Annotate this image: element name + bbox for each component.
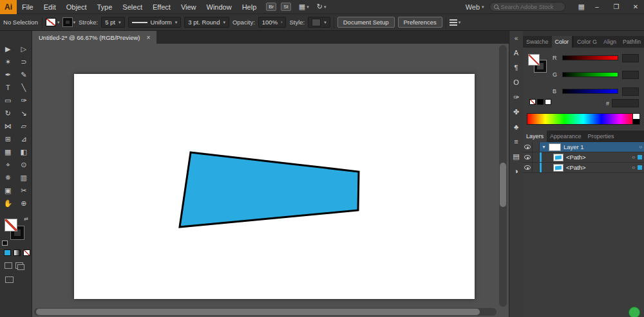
layer-name[interactable]: Layer 1	[564, 143, 636, 150]
path-name[interactable]: <Path>	[566, 164, 629, 171]
horizontal-scrollbar-thumb[interactable]	[36, 309, 480, 315]
hex-field[interactable]	[612, 99, 639, 107]
color-spectrum[interactable]	[527, 113, 640, 125]
artboard-tool[interactable]: ▣	[0, 184, 16, 197]
path-thumbnail[interactable]	[553, 164, 564, 172]
tab-appearance[interactable]: Appearance	[547, 131, 585, 142]
layer-row-layer1[interactable]: ▼ Layer 1 ○	[523, 142, 644, 152]
horizontal-scrollbar[interactable]	[34, 308, 497, 316]
stroke-color-control[interactable]: ▾	[63, 18, 76, 26]
tab-swatches[interactable]: Swatche	[523, 36, 552, 48]
eyedropper-tool[interactable]: ⌖	[0, 158, 16, 171]
slice-tool[interactable]: ✂	[16, 184, 32, 197]
layer-row-path1[interactable]: <Path> ○	[523, 152, 644, 163]
align-options-control[interactable]: ▾	[450, 19, 461, 26]
brushes-panel-icon[interactable]: ✑	[513, 93, 519, 102]
layer-thumbnail[interactable]	[549, 143, 561, 151]
rectangle-tool[interactable]: ▭	[0, 94, 16, 107]
layer-row-main[interactable]: ▼ Layer 1 ○	[540, 142, 644, 152]
direct-selection-tool[interactable]: ▷	[16, 42, 32, 55]
document-setup-button[interactable]: Document Setup	[337, 17, 395, 28]
target-icon[interactable]: ○	[632, 154, 635, 160]
stock-button[interactable]: St	[281, 3, 291, 11]
tab-properties[interactable]: Properties	[585, 131, 618, 142]
search-input[interactable]	[501, 4, 559, 10]
lasso-tool[interactable]: ⊃	[16, 55, 32, 68]
bridge-button[interactable]: Br	[266, 3, 276, 11]
path-name[interactable]: <Path>	[566, 154, 629, 161]
screen-mode-button[interactable]	[5, 276, 14, 283]
graphic-styles-panel-icon[interactable]: ✤	[513, 108, 519, 116]
tab-pathfinder[interactable]: Pathfin	[620, 36, 644, 48]
menu-item[interactable]: Object	[61, 3, 92, 11]
menu-item[interactable]: Effect	[147, 3, 176, 11]
vertical-scrollbar-thumb[interactable]	[500, 163, 506, 207]
menu-item[interactable]: Help	[237, 3, 262, 11]
fill-proxy[interactable]	[5, 219, 17, 231]
mesh-tool[interactable]: ▦	[0, 145, 16, 158]
gradient-tool[interactable]: ◧	[16, 145, 32, 158]
layer-row-main[interactable]: <Path> ○	[540, 163, 644, 172]
scale-tool[interactable]: ↘	[16, 107, 32, 120]
line-segment-tool[interactable]: ╲	[16, 81, 32, 94]
workspace-switcher[interactable]: Web ▾	[466, 3, 484, 11]
path-thumbnail[interactable]	[553, 154, 564, 161]
tab-align[interactable]: Align	[600, 36, 620, 48]
fill-proxy[interactable]	[528, 54, 540, 66]
menu-item[interactable]: Window	[202, 3, 237, 11]
opacity-field[interactable]: 100% ›	[258, 17, 287, 28]
symbols-panel-icon[interactable]: ♣	[514, 123, 518, 131]
selection-tool[interactable]: ▶	[0, 42, 16, 55]
type-tool[interactable]: T	[0, 81, 16, 94]
transparency-panel-icon[interactable]: ◑	[514, 167, 518, 176]
red-value-field[interactable]	[622, 54, 639, 62]
layout-icon[interactable]: ▦	[578, 3, 585, 11]
draw-behind-button[interactable]	[15, 262, 23, 269]
lock-toggle[interactable]	[533, 163, 540, 172]
symbol-sprayer-tool[interactable]: ✵	[0, 171, 16, 184]
paragraph-panel-icon[interactable]: ¶	[515, 64, 518, 72]
expand-panels-icon[interactable]: «	[515, 35, 518, 42]
style-dropdown[interactable]: ▾	[308, 17, 330, 28]
layer-row-main[interactable]: <Path> ○	[540, 152, 644, 162]
vertical-scrollbar[interactable]	[499, 45, 507, 307]
stock-search[interactable]	[489, 2, 565, 12]
visibility-toggle[interactable]	[523, 152, 533, 162]
preferences-button[interactable]: Preferences	[398, 17, 442, 28]
brush-dropdown[interactable]: 3 pt. Round ▾	[184, 17, 229, 28]
red-slider[interactable]	[562, 55, 618, 60]
target-icon[interactable]: ○	[639, 144, 642, 150]
shape-builder-tool[interactable]: ⊞	[0, 132, 16, 145]
green-slider[interactable]	[562, 72, 618, 77]
rotate-tool[interactable]: ↻	[0, 107, 16, 120]
gradient-mode-button[interactable]	[14, 249, 21, 256]
lock-toggle[interactable]	[533, 152, 540, 162]
white-swatch[interactable]	[545, 99, 551, 105]
zoom-tool[interactable]: ⊕	[16, 197, 32, 210]
perspective-grid-tool[interactable]: ⊿	[16, 132, 32, 145]
visibility-toggle[interactable]	[523, 142, 533, 152]
stroke-panel-icon[interactable]: ≡	[514, 138, 518, 146]
rotate-view-control[interactable]: ↻ ▾	[317, 3, 327, 11]
black-swatch[interactable]	[537, 99, 544, 105]
gradient-panel-icon[interactable]: ▤	[513, 152, 519, 161]
draw-normal-button[interactable]	[5, 262, 12, 269]
disclosure-triangle-icon[interactable]: ▼	[542, 145, 546, 149]
drawn-shape[interactable]	[180, 152, 359, 227]
magic-wand-tool[interactable]: ✶	[0, 55, 16, 68]
target-icon[interactable]: ○	[632, 165, 635, 170]
free-transform-tool[interactable]: ▱	[16, 120, 32, 132]
tab-color-guide[interactable]: Color G	[574, 36, 600, 48]
lock-toggle[interactable]	[533, 142, 540, 152]
blue-slider[interactable]	[562, 89, 618, 94]
restore-button[interactable]: ❐	[609, 3, 623, 10]
status-notification-icon[interactable]	[629, 307, 640, 317]
close-tab-icon[interactable]: ×	[146, 34, 150, 41]
minimize-button[interactable]: –	[590, 3, 604, 10]
arrange-documents-control[interactable]: ▦ ▾	[299, 3, 309, 11]
green-value-field[interactable]	[622, 71, 639, 79]
selection-indicator[interactable]	[638, 165, 642, 170]
hand-tool[interactable]: ✋	[0, 197, 16, 210]
menu-item[interactable]: Type	[92, 3, 118, 11]
menu-item[interactable]: File	[17, 3, 39, 11]
